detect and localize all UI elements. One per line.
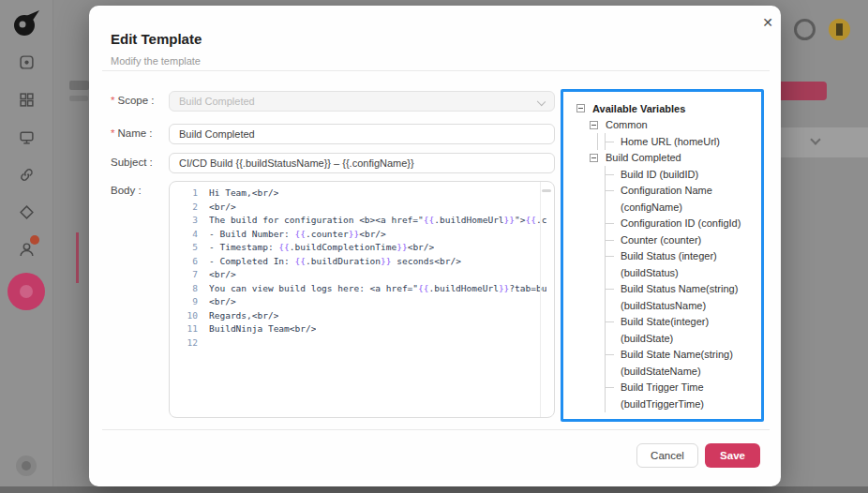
tree-connector [605, 133, 618, 150]
tree-connector [605, 248, 618, 265]
code-line: 11BuildNinja Team<br/> [170, 322, 554, 336]
tree-item[interactable]: (buildStatusName) [563, 297, 761, 314]
bottom-strip [0, 486, 868, 493]
tree-item[interactable]: (buildStatus) [563, 264, 761, 281]
tree-item-label: Build ID (buildID) [621, 169, 698, 180]
selected-row-accent [76, 232, 79, 283]
tree-item[interactable]: Build ID (buildID) [563, 166, 761, 183]
tree-item[interactable]: (buildStateName) [563, 363, 761, 380]
name-input[interactable] [169, 124, 555, 144]
tree-item[interactable]: Home URL (homeUrl) [563, 133, 761, 150]
scope-select: Build Completed [169, 91, 555, 112]
available-variables-panel: Available VariablesCommonHome URL (homeU… [561, 89, 764, 422]
tree-item[interactable]: Configuration ID (configId) [563, 216, 761, 232]
tree-connector [605, 330, 618, 347]
tree-item[interactable]: (configName) [563, 199, 761, 216]
save-button[interactable]: Save [705, 443, 760, 468]
code-text: <br/> [209, 268, 236, 282]
close-icon[interactable]: ✕ [758, 13, 777, 32]
tree-item[interactable]: Configuration Name [563, 183, 761, 200]
line-number: 9 [170, 295, 198, 309]
code-text: <br/> [209, 201, 236, 215]
tree-item-label: (configName) [621, 202, 682, 213]
code-line: 5- Timestamp: {{.buildCompletionTime}}<b… [170, 241, 554, 255]
subject-label: Subject : [111, 157, 153, 168]
tree-item[interactable]: Build Status (integer) [563, 248, 761, 265]
tree-group-label: Common [606, 119, 648, 130]
tree-item-label: (buildTriggerTime) [621, 398, 704, 410]
tree-item-label: Build Status Name(string) [621, 283, 738, 294]
code-line: 12 [170, 336, 554, 351]
tree-item[interactable]: (buildState) [563, 330, 761, 347]
tree-connector [605, 396, 618, 412]
background-select [774, 127, 868, 157]
tree-item[interactable]: Counter (counter) [563, 232, 761, 248]
code-line: 4- Build Number: {{.counter}}<br/> [170, 228, 554, 242]
monitor-icon [19, 129, 35, 145]
code-line: 3The build for configuration <b><a href=… [170, 214, 554, 228]
tree-item[interactable]: (buildTriggerTime) [563, 396, 761, 412]
collapse-icon[interactable] [576, 104, 585, 112]
line-number: 12 [170, 336, 198, 351]
background-heading [69, 81, 89, 90]
line-number: 1 [170, 187, 198, 201]
line-number: 6 [170, 255, 198, 269]
scope-label: *Scope : [111, 95, 154, 106]
header-divider [102, 70, 770, 71]
code-text: - Completed In: {{.buildDuration}} secon… [209, 255, 461, 269]
screen: ✕ Edit Template Modify the template *Sco… [0, 0, 868, 493]
tree-group-label: Available Variables [592, 103, 685, 114]
line-number: 4 [170, 228, 198, 242]
line-number: 3 [170, 214, 198, 228]
editor-gutter [540, 182, 541, 417]
code-line: 8You can view build logs here: <a href="… [170, 282, 554, 296]
tree-group-label: Build Completed [606, 152, 681, 163]
name-label: *Name : [111, 127, 153, 139]
settings-active-icon [7, 273, 45, 310]
code-text: The build for configuration <b><a href="… [209, 214, 546, 228]
tree-item-label: Counter (counter) [621, 234, 701, 246]
user-avatar [829, 19, 850, 40]
dashboard-icon [19, 54, 35, 70]
bottom-avatar [16, 456, 37, 476]
code-line: 9<br/> [170, 295, 554, 309]
collapse-icon[interactable] [590, 154, 598, 162]
background-subheading [69, 96, 88, 101]
tree-connector [605, 380, 618, 396]
tree-item[interactable]: Build Status Name(string) [563, 281, 761, 298]
chevron-down-icon [810, 134, 820, 144]
tree-connector [605, 166, 618, 183]
edit-template-modal: ✕ Edit Template Modify the template *Sco… [89, 6, 781, 486]
line-number: 2 [170, 201, 198, 215]
tree-group[interactable]: Available Variables [563, 100, 761, 117]
help-icon [794, 19, 816, 40]
chevron-down-icon [537, 97, 546, 106]
tree-item[interactable]: Build Trigger Time [563, 380, 761, 396]
editor-scrollbar[interactable] [542, 189, 551, 192]
cancel-button[interactable]: Cancel [636, 443, 698, 468]
link-icon [19, 167, 35, 183]
collapse-icon[interactable] [590, 121, 598, 129]
tree-connector [605, 314, 618, 331]
tree-connector [605, 363, 618, 380]
code-text: BuildNinja Team<br/> [209, 322, 316, 336]
app-logo-icon [11, 8, 41, 38]
code-line: 10Regards,<br/> [170, 309, 554, 323]
tree-item-label: Build Trigger Time [621, 381, 704, 393]
tree-group[interactable]: Common [563, 117, 761, 134]
body-editor[interactable]: 1Hi Team,<br/>2<br/>3The build for confi… [169, 181, 555, 418]
body-label: Body : [111, 185, 142, 196]
tree-item[interactable]: Build State(integer) [563, 314, 761, 331]
tree-group[interactable]: Build Completed [563, 150, 761, 167]
scope-value: Build Completed [179, 96, 255, 107]
tree-item[interactable]: Build State Name(string) [563, 347, 761, 364]
code-text: Hi Team,<br/> [209, 187, 278, 201]
tree-item-label: (buildStatusName) [621, 300, 706, 311]
subject-input[interactable] [169, 153, 555, 173]
modal-subtitle: Modify the template [111, 55, 201, 67]
required-asterisk: * [111, 127, 114, 139]
notification-dot [30, 235, 39, 245]
code-line: 2<br/> [170, 201, 554, 215]
line-number: 5 [170, 241, 198, 255]
tree-item-label: Build State Name(string) [621, 349, 733, 360]
